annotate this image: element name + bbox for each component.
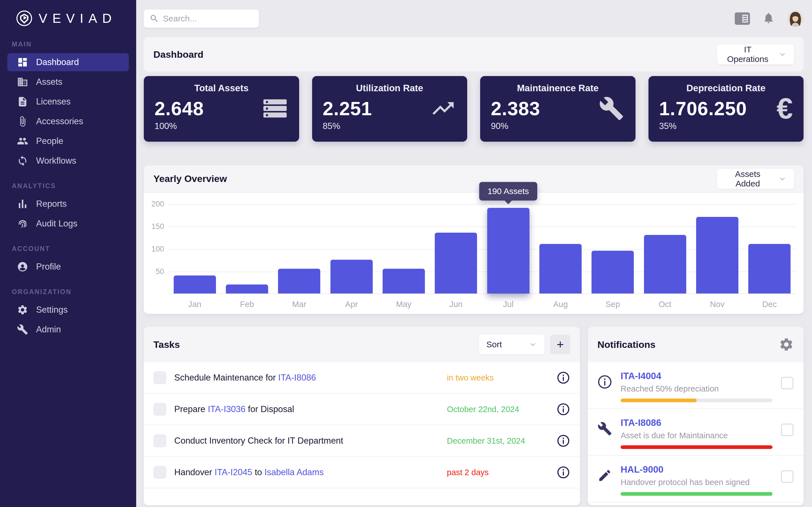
stat-percent: 100%	[154, 121, 289, 131]
info-icon[interactable]	[557, 466, 570, 479]
chart-bar-dec[interactable]	[748, 244, 791, 293]
asset-link[interactable]: Isabella Adams	[264, 467, 324, 477]
stat-title: Total Assets	[154, 83, 289, 94]
notifications-panel: Notifications ITA-I4004Reached 50% depre…	[588, 327, 804, 505]
task-checkbox[interactable]	[153, 466, 166, 479]
chart-x-tick: Jan	[168, 300, 221, 309]
chart-column-dec	[744, 204, 796, 293]
notifications-title: Notifications	[598, 339, 656, 350]
info-icon[interactable]	[557, 403, 570, 416]
nav-section-label-account: ACCOUNT	[0, 245, 136, 252]
notification-progress-fill	[620, 445, 772, 449]
search-box[interactable]	[144, 10, 259, 27]
notification-progress-fill	[620, 492, 772, 496]
chart-bar-aug[interactable]	[539, 244, 581, 293]
chart-x-labels: JanFebMarAprMayJunJulAugSepOctNovDec	[168, 294, 796, 309]
chart-x-tick: Nov	[691, 300, 743, 309]
task-list: Schedule Maintenance for ITA-I8086in two…	[144, 362, 580, 489]
search-icon	[149, 14, 159, 23]
sidebar-item-settings[interactable]: Settings	[7, 301, 129, 319]
sidebar-item-workflows[interactable]: Workflows	[7, 152, 129, 170]
sidebar-item-label: Dashboard	[36, 57, 79, 67]
nav-section-label-main: MAIN	[0, 41, 136, 48]
sidebar-item-accessories[interactable]: Accessories	[7, 112, 129, 130]
sidebar-item-dashboard[interactable]: Dashboard	[7, 53, 129, 71]
asset-link[interactable]: ITA-I2045	[214, 467, 252, 477]
chart-bar-mar[interactable]	[278, 269, 320, 293]
chart-y-tick: 100	[147, 245, 164, 253]
scope-select-value: IT Operations	[725, 45, 771, 64]
chart-x-tick: May	[377, 300, 430, 309]
sidebar-item-assets[interactable]: Assets	[7, 73, 129, 91]
sort-select[interactable]: Sort	[479, 335, 545, 354]
chart-bar-apr[interactable]	[331, 260, 373, 293]
notification-asset-link[interactable]: HAL-9000	[620, 464, 772, 475]
chevron-down-icon	[529, 340, 537, 349]
task-due-date: October 22nd, 2024	[447, 405, 557, 414]
stat-percent: 35%	[659, 121, 793, 131]
notification-checkbox[interactable]	[781, 377, 794, 389]
sidebar-item-profile[interactable]: Profile	[7, 258, 129, 276]
chart-bar-may[interactable]	[383, 269, 425, 293]
notification-asset-link[interactable]: ITA-I8086	[620, 417, 772, 428]
chart-bar-jul[interactable]	[487, 208, 529, 293]
asset-link[interactable]: ITA-I8086	[278, 373, 316, 383]
task-checkbox[interactable]	[153, 371, 166, 384]
chart-bar-sep[interactable]	[592, 251, 634, 293]
task-checkbox[interactable]	[153, 434, 166, 447]
sidebar-item-people[interactable]: People	[7, 132, 129, 150]
brand-name: VEVIAD	[39, 11, 117, 26]
sidebar-item-label: People	[36, 136, 63, 146]
stat-value: 2.648	[154, 98, 204, 119]
avatar[interactable]	[787, 10, 804, 27]
chart-bar-feb[interactable]	[226, 284, 268, 293]
scope-select[interactable]: IT Operations	[717, 45, 794, 64]
chart-column-jun	[430, 204, 482, 293]
notification-progress-track	[620, 492, 772, 496]
notification-checkbox[interactable]	[781, 470, 794, 483]
stat-card-utilization-rate: Utilization Rate2.25185%	[312, 76, 467, 142]
notification-asset-link[interactable]: ITA-I4004	[620, 371, 772, 381]
fingerprint-icon	[16, 217, 29, 230]
server-icon	[262, 96, 289, 121]
tasks-panel: Tasks Sort + Schedule Maintenance for IT…	[144, 327, 580, 505]
chart-column-jan	[168, 204, 221, 293]
people-icon	[16, 135, 29, 147]
chart-bar-nov[interactable]	[696, 217, 739, 293]
sidebar-item-reports[interactable]: Reports	[7, 195, 129, 213]
task-row: Prepare ITA-I3036 for DisposalOctober 22…	[144, 394, 580, 425]
notification-progress-track	[620, 399, 772, 402]
sidebar-item-label: Settings	[36, 305, 68, 315]
stat-card-depreciation-rate: Depreciation Rate1.706.250€35%	[649, 76, 804, 142]
person-icon	[16, 261, 29, 273]
chart-bar-oct[interactable]	[644, 235, 686, 293]
info-icon[interactable]	[557, 371, 570, 384]
chart-bar-jan[interactable]	[174, 276, 216, 293]
stat-value: 1.706.250	[659, 98, 747, 119]
search-input[interactable]	[163, 14, 248, 23]
bell-icon[interactable]	[762, 12, 775, 25]
sidebar-nav: MAINDashboardAssetsLicensesAccessoriesPe…	[0, 41, 136, 339]
task-row: Conduct Inventory Check for IT Departmen…	[144, 425, 580, 457]
chart-metric-select[interactable]: Assets Added	[717, 169, 794, 189]
notification-row: HAL-9000Handover protocol has been signe…	[588, 456, 804, 503]
paperclip-icon	[16, 115, 29, 128]
info-icon	[598, 375, 612, 389]
chart-bar-jun[interactable]	[435, 233, 477, 293]
wrench-icon	[598, 421, 612, 436]
stat-percent: 85%	[323, 121, 457, 131]
info-icon[interactable]	[557, 434, 570, 447]
sidebar-item-admin[interactable]: Admin	[7, 321, 129, 339]
task-title: Conduct Inventory Check for IT Departmen…	[174, 436, 447, 446]
sidebar-item-licenses[interactable]: Licenses	[7, 93, 129, 111]
brand-logo-icon	[16, 10, 33, 26]
bottom-row: Tasks Sort + Schedule Maintenance for IT…	[144, 327, 804, 505]
gear-icon[interactable]	[779, 337, 794, 352]
add-task-button[interactable]: +	[550, 335, 570, 354]
notification-checkbox[interactable]	[781, 424, 794, 436]
sidebar-item-audit-logs[interactable]: Audit Logs	[7, 215, 129, 233]
news-card-icon[interactable]	[735, 12, 750, 25]
asset-link[interactable]: ITA-I3036	[208, 404, 246, 414]
bar-chart-icon	[16, 198, 29, 210]
task-checkbox[interactable]	[153, 403, 166, 416]
